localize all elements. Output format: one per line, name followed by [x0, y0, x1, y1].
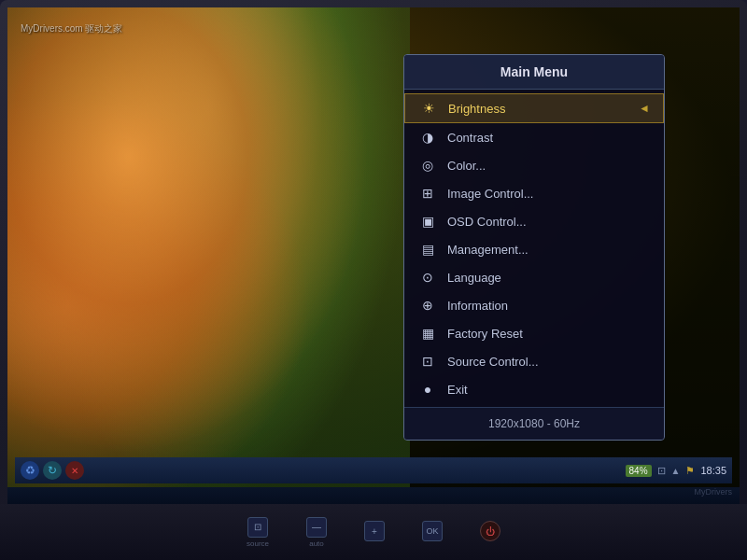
- plus-button[interactable]: +: [364, 521, 385, 541]
- management-label: Management...: [447, 243, 529, 257]
- taskbar-flag-icon: ⚑: [685, 465, 695, 477]
- monitor-btn-source[interactable]: ⊡ source: [247, 517, 269, 548]
- osd-title: Main Menu: [404, 55, 664, 90]
- information-icon: ⊕: [417, 298, 438, 313]
- monitor-btn-plus[interactable]: +: [364, 521, 385, 543]
- source-label: source: [247, 539, 269, 548]
- refresh-icon: ↻: [48, 464, 57, 477]
- auto-label: auto: [309, 539, 324, 548]
- battery-indicator: 84%: [626, 465, 652, 477]
- factory-reset-label: Factory Reset: [447, 327, 523, 341]
- color-icon: ◎: [417, 158, 438, 173]
- exit-label: Exit: [447, 383, 468, 397]
- osd-menu: Main Menu ☀Brightness◄◑Contrast◎Color...…: [403, 54, 665, 441]
- exit-icon: ●: [417, 382, 438, 397]
- taskbar-icon1: ⊡: [657, 465, 666, 477]
- ok-button[interactable]: OK: [422, 521, 443, 541]
- screen: MyDrivers.com 驱动之家 Main Menu ☀Brightness…: [7, 7, 740, 504]
- contrast-icon: ◑: [417, 130, 438, 145]
- osd-item-information[interactable]: ⊕Information: [404, 291, 664, 319]
- taskbar-right: 84% ⊡ ▲ ⚑ 18:35: [626, 465, 726, 477]
- osd-item-language[interactable]: ⊙Language: [404, 263, 664, 291]
- monitor-btn-power[interactable]: ⏻: [480, 521, 500, 543]
- taskbar-icon-close[interactable]: ✕: [65, 461, 84, 480]
- monitor-outer: MyDrivers.com 驱动之家 Main Menu ☀Brightness…: [0, 0, 747, 560]
- taskbar-icon-recycle[interactable]: ♻: [21, 461, 39, 480]
- screen-bottom-bar: [7, 487, 740, 504]
- contrast-label: Contrast: [447, 131, 493, 145]
- close-icon: ✕: [71, 466, 78, 476]
- factory-reset-icon: ▦: [417, 326, 438, 341]
- source-control-icon: ⊡: [417, 354, 438, 369]
- osd-item-contrast[interactable]: ◑Contrast: [404, 123, 664, 151]
- osd-item-source-control[interactable]: ⊡Source Control...: [404, 347, 664, 375]
- osd-items-list: ☀Brightness◄◑Contrast◎Color...⊞Image Con…: [404, 90, 664, 407]
- image-control-icon: ⊞: [417, 186, 438, 201]
- monitor-btn-ok[interactable]: OK: [422, 521, 443, 543]
- taskbar: ♻ ↻ ✕ 84% ⊡ ▲ ⚑ 18:35: [15, 457, 732, 483]
- brightness-arrow: ◄: [639, 102, 650, 115]
- color-label: Color...: [447, 159, 486, 173]
- minus-button[interactable]: —: [306, 517, 327, 538]
- power-button[interactable]: ⏻: [480, 521, 500, 541]
- recycle-icon: ♻: [25, 464, 35, 477]
- osd-item-brightness[interactable]: ☀Brightness◄: [404, 93, 664, 123]
- osd-item-management[interactable]: ▤Management...: [404, 235, 664, 263]
- taskbar-icons: ♻ ↻ ✕: [21, 461, 84, 480]
- osd-item-factory-reset[interactable]: ▦Factory Reset: [404, 319, 664, 347]
- bezel-brand: MyDrivers: [695, 487, 733, 497]
- osd-item-osd-control[interactable]: ▣OSD Control...: [404, 207, 664, 235]
- information-label: Information: [447, 299, 508, 313]
- osd-resolution: 1920x1080 - 60Hz: [404, 407, 664, 440]
- watermark-text: MyDrivers.com 驱动之家: [21, 23, 122, 34]
- image-control-label: Image Control...: [447, 187, 534, 201]
- source-button[interactable]: ⊡: [247, 517, 268, 538]
- brightness-icon: ☀: [418, 101, 439, 116]
- source-control-label: Source Control...: [447, 355, 539, 369]
- tulip-image: [7, 7, 410, 504]
- monitor-btn-minus[interactable]: — auto: [306, 517, 327, 548]
- language-icon: ⊙: [417, 270, 438, 285]
- osd-item-color[interactable]: ◎Color...: [404, 151, 664, 179]
- watermark-overlay: MyDrivers.com 驱动之家: [21, 19, 122, 35]
- time-display: 18:35: [700, 465, 726, 476]
- management-icon: ▤: [417, 242, 438, 257]
- osd-item-image-control[interactable]: ⊞Image Control...: [404, 179, 664, 207]
- osd-control-icon: ▣: [417, 214, 438, 229]
- language-label: Language: [447, 271, 501, 285]
- bezel-watermark: MyDrivers: [695, 487, 733, 497]
- taskbar-arrow-up: ▲: [671, 466, 681, 476]
- osd-item-exit[interactable]: ●Exit: [404, 375, 664, 403]
- osd-control-label: OSD Control...: [447, 215, 527, 229]
- taskbar-icon-refresh[interactable]: ↻: [43, 461, 62, 480]
- monitor-buttons-bar: ⊡ source — auto + OK ⏻: [0, 504, 747, 560]
- brightness-label: Brightness: [448, 102, 505, 116]
